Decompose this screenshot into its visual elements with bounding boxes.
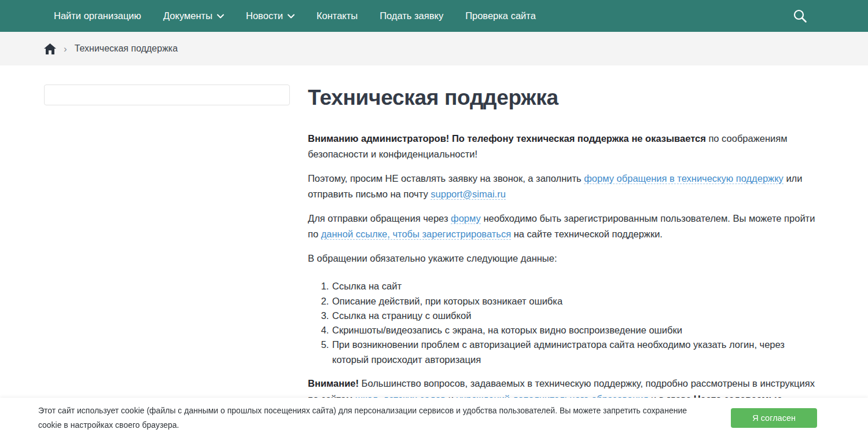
required-data-list: Ссылка на сайт Описание действий, при ко… bbox=[308, 279, 818, 366]
paragraph-required-data: В обращении обязательно укажите следующи… bbox=[308, 251, 818, 266]
breadcrumb: › Техническая поддержка bbox=[0, 32, 868, 65]
nav-item-label: Проверка сайта bbox=[465, 0, 536, 32]
nav-item-documents[interactable]: Документы bbox=[152, 0, 235, 32]
list-item: При возникновении проблем с авторизацией… bbox=[332, 338, 818, 366]
search-button[interactable] bbox=[790, 6, 810, 26]
form-link[interactable]: форму bbox=[451, 213, 481, 224]
nav-item-contacts[interactable]: Контакты bbox=[306, 0, 369, 32]
nav-item-label: Контакты bbox=[317, 0, 358, 32]
cookie-consent-bar: Этот сайт использует cookie (файлы с дан… bbox=[0, 398, 868, 440]
nav-item-site-check[interactable]: Проверка сайта bbox=[454, 0, 547, 32]
paragraph-text: Для отправки обращения через bbox=[308, 213, 451, 223]
cookie-accept-button[interactable]: Я согласен bbox=[731, 408, 817, 428]
nav-item-submit-request[interactable]: Подать заявку bbox=[369, 0, 454, 32]
paragraph-text: Поэтому, просим НЕ оставлять заявку на з… bbox=[308, 173, 584, 184]
list-item: Скриншоты/видеозапись с экрана, на котор… bbox=[332, 323, 818, 338]
support-form-link[interactable]: форму обращения в техническую поддержку bbox=[584, 173, 784, 184]
sidebar bbox=[44, 85, 290, 431]
nav-item-find-organization[interactable]: Найти организацию bbox=[43, 0, 152, 32]
paragraph-request-form: Поэтому, просим НЕ оставлять заявку на з… bbox=[308, 171, 818, 202]
home-icon bbox=[44, 43, 56, 54]
nav-item-label: Подать заявку bbox=[380, 0, 443, 32]
chevron-down-icon bbox=[288, 14, 295, 19]
support-email-link[interactable]: support@simai.ru bbox=[431, 189, 506, 200]
list-item: Ссылка на страницу с ошибкой bbox=[332, 309, 818, 323]
nav-item-label: Найти организацию bbox=[54, 0, 141, 32]
top-navigation: Найти организацию Документы Новости Конт… bbox=[0, 0, 868, 32]
paragraph-registration: Для отправки обращения через форму необх… bbox=[308, 211, 818, 242]
article-content: Техническая поддержка Вниманию администр… bbox=[308, 85, 818, 431]
list-item: Описание действий, при которых возникает… bbox=[332, 294, 818, 309]
page-title: Техническая поддержка bbox=[308, 86, 818, 110]
nav-item-label: Документы bbox=[163, 0, 212, 32]
breadcrumb-current-page: Техническая поддержка bbox=[75, 43, 178, 54]
search-icon bbox=[792, 8, 808, 24]
chevron-right-icon: › bbox=[64, 44, 67, 54]
nav-item-news[interactable]: Новости bbox=[235, 0, 306, 32]
main-layout: Техническая поддержка Вниманию администр… bbox=[0, 65, 868, 440]
register-link[interactable]: данной ссылке, чтобы зарегистрироваться bbox=[321, 229, 511, 240]
paragraph-attention-admins: Вниманию администраторов! По телефону те… bbox=[308, 131, 818, 162]
nav-item-label: Новости bbox=[246, 0, 283, 32]
breadcrumb-home-link[interactable] bbox=[44, 43, 56, 54]
bold-text: Внимание! bbox=[308, 378, 359, 388]
sidebar-search-input[interactable] bbox=[44, 85, 290, 105]
cookie-consent-text: Этот сайт использует cookie (файлы с дан… bbox=[38, 404, 712, 432]
list-item: Ссылка на сайт bbox=[332, 279, 818, 294]
paragraph-text: на сайте технической поддержки. bbox=[511, 229, 663, 239]
chevron-down-icon bbox=[217, 14, 224, 19]
bold-text: Вниманию администраторов! По телефону те… bbox=[308, 133, 706, 144]
